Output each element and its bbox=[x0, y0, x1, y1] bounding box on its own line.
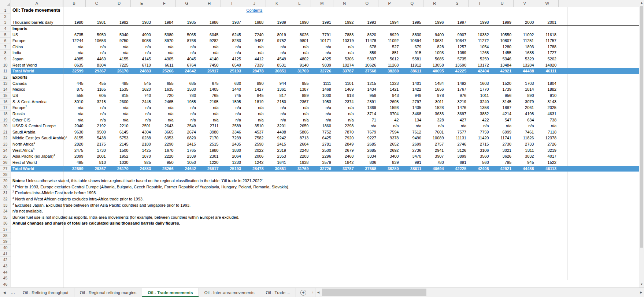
total-cell[interactable]: 38280 bbox=[378, 68, 401, 74]
value-cell[interactable]: 2746 bbox=[446, 141, 469, 147]
value-cell[interactable]: 8155 bbox=[63, 135, 86, 141]
value-cell[interactable]: 9038 bbox=[131, 38, 153, 44]
value-cell[interactable]: n/a bbox=[401, 123, 424, 129]
total-cell[interactable]: 28478 bbox=[243, 68, 266, 74]
value-cell[interactable]: n/a bbox=[333, 105, 356, 111]
column-header-Q[interactable]: Q bbox=[401, 0, 424, 7]
column-header-K[interactable]: K bbox=[266, 0, 289, 7]
column-header-J[interactable]: J bbox=[243, 0, 266, 7]
row-label[interactable]: North Africa3 bbox=[11, 141, 63, 147]
value-cell[interactable]: 1054 bbox=[469, 44, 491, 50]
value-cell[interactable]: 1425 bbox=[131, 147, 153, 154]
row-header-44[interactable]: 44 bbox=[0, 269, 11, 275]
row-label[interactable]: Mexico bbox=[11, 86, 63, 93]
value-cell[interactable]: 11618 bbox=[536, 32, 559, 38]
year-header-cell[interactable]: 1981 bbox=[86, 19, 108, 25]
value-cell[interactable]: 828 bbox=[423, 44, 446, 50]
value-cell[interactable]: 2465 bbox=[153, 99, 176, 105]
value-cell[interactable]: n/a bbox=[176, 50, 199, 56]
value-cell[interactable]: 8713 bbox=[288, 135, 311, 141]
value-cell[interactable]: 555 bbox=[63, 93, 86, 99]
value-cell[interactable]: 2589 bbox=[221, 123, 244, 129]
value-cell[interactable]: 7679 bbox=[356, 129, 379, 135]
value-cell[interactable]: 1030 bbox=[108, 159, 131, 166]
column-header-B[interactable]: B bbox=[63, 0, 86, 7]
value-cell[interactable]: 6999 bbox=[491, 129, 514, 135]
value-cell[interactable]: 13590 bbox=[446, 62, 469, 68]
value-cell[interactable]: 9487 bbox=[243, 38, 266, 44]
value-cell[interactable]: n/a bbox=[153, 117, 176, 123]
total-cell[interactable]: 24883 bbox=[131, 68, 153, 74]
year-header-cell[interactable]: 1987 bbox=[221, 19, 244, 25]
value-cell[interactable]: 12244 bbox=[63, 38, 86, 44]
value-cell[interactable]: 976 bbox=[446, 93, 469, 99]
value-cell[interactable]: 4549 bbox=[266, 56, 289, 62]
tab-scroll-left-icon[interactable]: ◀ bbox=[0, 288, 9, 297]
total-cell[interactable]: 32726 bbox=[311, 166, 334, 172]
value-cell[interactable]: 5735 bbox=[446, 56, 469, 62]
value-cell[interactable]: 2195 bbox=[198, 99, 221, 105]
value-cell[interactable]: 7601 bbox=[423, 129, 446, 135]
row-label[interactable]: Canada bbox=[11, 80, 63, 87]
row-header-7[interactable]: 7 bbox=[0, 44, 11, 50]
total-cell[interactable]: 40694 bbox=[423, 166, 446, 172]
total-cell[interactable]: 30851 bbox=[266, 166, 289, 172]
value-cell[interactable]: 1641 bbox=[266, 159, 289, 166]
value-cell[interactable]: n/a bbox=[176, 105, 199, 111]
row-header-46[interactable]: 46 bbox=[0, 281, 11, 287]
total-cell[interactable]: 42405 bbox=[469, 166, 491, 172]
value-cell[interactable]: n/a bbox=[514, 123, 536, 129]
value-cell[interactable]: 2025 bbox=[536, 105, 559, 111]
value-cell[interactable]: 2468 bbox=[333, 153, 356, 159]
value-cell[interactable]: n/a bbox=[198, 117, 221, 123]
total-cell[interactable]: 42225 bbox=[446, 166, 469, 172]
total-cell[interactable]: 40695 bbox=[423, 68, 446, 74]
year-header-cell[interactable]: 1999 bbox=[491, 19, 514, 25]
total-cell[interactable]: 44488 bbox=[514, 166, 536, 172]
value-cell[interactable]: 1469 bbox=[333, 86, 356, 93]
value-cell[interactable]: 1739 bbox=[491, 86, 514, 93]
row-header-3[interactable]: 3 bbox=[0, 19, 11, 26]
value-cell[interactable]: 1887 bbox=[491, 105, 514, 111]
sheet-tab[interactable]: Oil - Inter-area movements bbox=[199, 288, 260, 297]
value-cell[interactable]: 2757 bbox=[423, 141, 446, 147]
value-cell[interactable]: 3010 bbox=[63, 99, 86, 105]
value-cell[interactable]: 2203 bbox=[288, 153, 311, 159]
row-label[interactable]: Other CIS bbox=[11, 117, 63, 123]
value-cell[interactable]: n/a bbox=[198, 44, 221, 50]
value-cell[interactable]: n/a bbox=[288, 44, 311, 50]
value-cell[interactable]: 2659 bbox=[288, 123, 311, 129]
value-cell[interactable]: 1580 bbox=[176, 86, 199, 93]
value-cell[interactable]: 1050 bbox=[176, 159, 199, 166]
value-cell[interactable]: 11826 bbox=[514, 135, 536, 141]
value-cell[interactable]: n/a bbox=[221, 50, 244, 56]
value-cell[interactable]: 1882 bbox=[536, 86, 559, 93]
value-cell[interactable]: 485 bbox=[108, 80, 131, 87]
value-cell[interactable]: 7577 bbox=[446, 129, 469, 135]
value-cell[interactable]: 2061 bbox=[514, 105, 536, 111]
column-header-S[interactable]: S bbox=[446, 0, 469, 7]
value-cell[interactable]: 4802 bbox=[288, 56, 311, 62]
row-header-37[interactable]: 37 bbox=[0, 226, 11, 233]
value-cell[interactable]: 4045 bbox=[176, 56, 199, 62]
value-cell[interactable]: 3079 bbox=[514, 99, 536, 105]
sheet-tab[interactable]: Oil - Trade ... bbox=[260, 288, 296, 297]
row-label[interactable]: US bbox=[11, 32, 63, 38]
value-cell[interactable]: 13172 bbox=[469, 62, 491, 68]
column-header-C[interactable]: C bbox=[86, 0, 108, 7]
value-cell[interactable]: 3882 bbox=[469, 111, 491, 117]
value-cell[interactable]: 9282 bbox=[198, 38, 221, 44]
value-cell[interactable]: 2301 bbox=[198, 153, 221, 159]
value-cell[interactable]: n/a bbox=[198, 111, 221, 117]
row-header-21[interactable]: 21 bbox=[0, 129, 11, 135]
value-cell[interactable]: 4985 bbox=[63, 56, 86, 62]
value-cell[interactable]: 1435 bbox=[401, 105, 424, 111]
value-cell[interactable]: 3626 bbox=[491, 153, 514, 159]
value-cell[interactable]: 3400 bbox=[378, 153, 401, 159]
column-header-H[interactable]: H bbox=[198, 0, 221, 7]
row-header-14[interactable]: 14 bbox=[0, 86, 11, 93]
row-header-8[interactable]: 8 bbox=[0, 50, 11, 56]
value-cell[interactable]: 8026 bbox=[288, 32, 311, 38]
value-cell[interactable]: 2736 bbox=[401, 147, 424, 154]
value-cell[interactable]: 8531 bbox=[266, 62, 289, 68]
